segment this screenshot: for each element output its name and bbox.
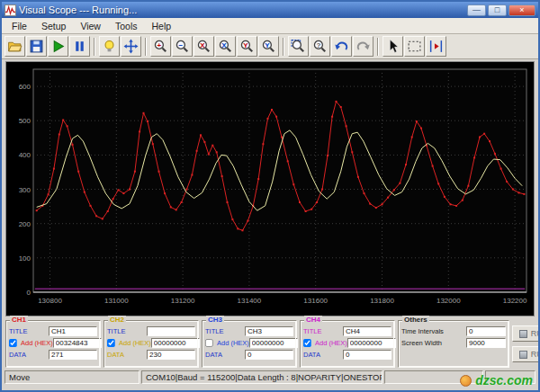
run-button-2[interactable]: RUN xyxy=(512,346,540,362)
add-hex-input-ch4[interactable] xyxy=(347,338,396,348)
data-value-ch1[interactable] xyxy=(49,350,97,360)
title-input-ch1[interactable] xyxy=(49,326,97,336)
data-label-ch3: DATA xyxy=(205,351,222,359)
run-button-label: RUN xyxy=(531,329,540,338)
title-label-ch3: TITLE xyxy=(205,327,223,335)
add-hex-label-ch4: Add (HEX) xyxy=(315,339,347,347)
svg-text:600: 600 xyxy=(19,83,32,91)
title-input-ch3[interactable] xyxy=(245,326,293,336)
svg-text:+: + xyxy=(158,41,162,49)
svg-text:−: − xyxy=(179,41,184,49)
zoom-out-icon[interactable]: − xyxy=(172,36,193,57)
svg-text:?: ? xyxy=(316,41,320,49)
zoom-y-in-icon[interactable]: Y xyxy=(237,36,257,57)
data-value-ch4[interactable] xyxy=(343,350,392,360)
status-extra-1 xyxy=(384,370,483,384)
minimize-button[interactable]: — xyxy=(467,4,486,16)
channel-caption-ch4: CH4 xyxy=(304,316,322,325)
others-group: Others Time Intervals Screen Width xyxy=(398,320,509,368)
menu-view[interactable]: View xyxy=(73,20,108,32)
zoom-y-out-icon[interactable]: Y xyxy=(258,36,279,57)
toolbar: +−XXYY? xyxy=(2,34,538,59)
svg-text:X: X xyxy=(200,41,205,49)
toolbar-separator xyxy=(94,38,95,56)
others-caption: Others xyxy=(402,316,429,325)
add-hex-input-ch2[interactable] xyxy=(151,338,200,348)
toolbar-separator xyxy=(145,38,147,56)
svg-text:200: 200 xyxy=(19,220,32,228)
title-input-ch2[interactable] xyxy=(147,326,195,336)
svg-text:131400: 131400 xyxy=(238,297,262,305)
select-rect-icon[interactable] xyxy=(404,36,425,57)
channel-group-3: CH3 TITLE Add (HEX) DATA xyxy=(202,320,297,368)
data-label-ch2: DATA xyxy=(107,351,124,359)
menu-bar: File Setup View Tools Help xyxy=(2,18,538,34)
run-column: RUN RUN xyxy=(512,320,540,368)
oscilloscope-chart[interactable]: 0100200300400500600130800131000131200131… xyxy=(6,62,534,316)
window-title: Visual Scope --- Running... xyxy=(19,4,465,15)
add-hex-label-ch3: Add (HEX) xyxy=(217,339,249,347)
data-value-ch3[interactable] xyxy=(245,350,293,360)
run-icon xyxy=(519,330,527,338)
zoom-x-out-icon[interactable]: X xyxy=(215,36,236,57)
status-connection: COM10|Baud = 115200|Data Length : 8|NOPA… xyxy=(141,370,382,384)
menu-tools[interactable]: Tools xyxy=(108,20,145,32)
time-intervals-input[interactable] xyxy=(466,326,506,336)
pointer-icon[interactable] xyxy=(382,36,403,57)
redo-icon[interactable] xyxy=(353,36,374,57)
status-bar: Move COM10|Baud = 115200|Data Length : 8… xyxy=(2,369,538,387)
add-hex-label-ch2: Add (HEX) xyxy=(119,339,151,347)
zoom-window-icon[interactable] xyxy=(288,36,309,57)
svg-text:131800: 131800 xyxy=(370,297,394,305)
maximize-button[interactable]: □ xyxy=(488,4,507,16)
screen-width-input[interactable] xyxy=(466,338,506,348)
move-icon[interactable] xyxy=(121,36,141,57)
svg-text:X: X xyxy=(221,41,227,49)
zoom-x-in-icon[interactable]: X xyxy=(194,36,214,57)
zoom-in-icon[interactable]: + xyxy=(150,36,171,57)
close-button[interactable]: × xyxy=(508,4,536,16)
add-hex-input-ch3[interactable] xyxy=(249,338,298,348)
menu-setup[interactable]: Setup xyxy=(34,20,73,32)
channel-group-4: CH4 TITLE Add (HEX) DATA xyxy=(300,320,395,368)
add-hex-checkbox-ch4[interactable] xyxy=(303,339,311,347)
zoom-question-icon[interactable]: ? xyxy=(310,36,330,57)
status-message: Move xyxy=(4,370,140,384)
svg-text:Y: Y xyxy=(243,41,248,49)
screen-width-label: Screen Width xyxy=(401,339,442,347)
title-input-ch4[interactable] xyxy=(343,326,392,336)
toolbar-separator xyxy=(377,38,379,56)
title-bar[interactable]: Visual Scope --- Running... — □ × xyxy=(2,2,538,18)
markers-icon[interactable] xyxy=(426,36,446,57)
svg-text:Y: Y xyxy=(265,41,270,49)
save-icon[interactable] xyxy=(26,36,47,57)
svg-text:100: 100 xyxy=(19,254,32,263)
add-hex-checkbox-ch1[interactable] xyxy=(9,339,17,347)
title-label-ch4: TITLE xyxy=(303,327,321,335)
time-intervals-label: Time Intervals xyxy=(401,327,444,335)
add-hex-checkbox-ch2[interactable] xyxy=(107,339,115,347)
svg-text:131200: 131200 xyxy=(171,297,195,305)
pause-icon[interactable] xyxy=(69,36,90,57)
add-hex-checkbox-ch3[interactable] xyxy=(205,339,213,347)
plot-area[interactable]: 0100200300400500600130800131000131200131… xyxy=(5,61,535,316)
title-label-ch1: TITLE xyxy=(9,327,27,335)
run-button-1[interactable]: RUN xyxy=(512,325,540,342)
svg-text:131000: 131000 xyxy=(104,297,129,305)
svg-text:0: 0 xyxy=(27,289,32,297)
channel-panel: CH1 TITLE Add (HEX) DATA CH2 TITLE xyxy=(2,316,538,369)
bulb-icon[interactable] xyxy=(99,36,120,57)
svg-text:131600: 131600 xyxy=(303,297,328,305)
svg-text:300: 300 xyxy=(19,186,32,194)
add-hex-input-ch1[interactable] xyxy=(53,338,102,348)
menu-help[interactable]: Help xyxy=(144,20,178,32)
undo-icon[interactable] xyxy=(331,36,352,57)
channel-caption-ch1: CH1 xyxy=(10,316,28,325)
open-folder-icon[interactable] xyxy=(4,36,25,57)
add-hex-label-ch1: Add (HEX) xyxy=(21,339,53,347)
data-value-ch2[interactable] xyxy=(147,350,195,360)
menu-file[interactable]: File xyxy=(4,20,34,32)
svg-text:400: 400 xyxy=(19,151,32,159)
channel-group-2: CH2 TITLE Add (HEX) DATA xyxy=(104,320,199,368)
play-icon[interactable] xyxy=(48,36,68,57)
